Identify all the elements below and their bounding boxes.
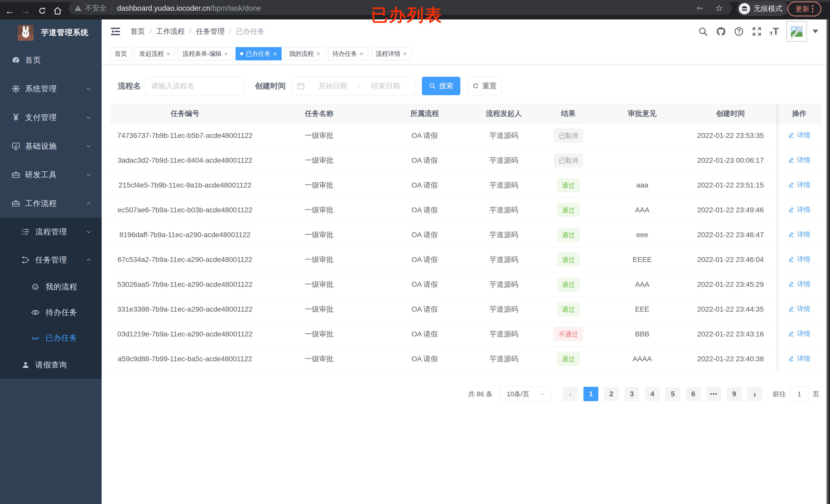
bookmark-star-icon[interactable] (715, 4, 723, 12)
page-button-2[interactable]: 2 (604, 387, 619, 401)
cell-process: OA 请假 (378, 347, 471, 371)
sidebar-item-task-management[interactable]: 任务管理 (0, 246, 102, 274)
process-name-input[interactable]: 请输入流程名 (145, 77, 245, 95)
page-button-4[interactable]: 4 (645, 387, 660, 401)
browser-home-button[interactable] (53, 6, 62, 15)
refresh-icon (472, 82, 479, 90)
cell-starter: 芋道源码 (471, 297, 537, 322)
detail-link[interactable]: 详情 (788, 131, 810, 140)
cell-opinion: AAAA (600, 347, 684, 371)
browser-back-button[interactable]: ← (4, 5, 16, 16)
detail-link[interactable]: 详情 (788, 255, 810, 264)
detail-link[interactable]: 详情 (788, 354, 810, 363)
tab-todo-tasks[interactable]: 待办任务× (328, 47, 368, 60)
avatar-caret-icon[interactable] (812, 30, 818, 33)
cell-opinion: BBB (600, 322, 684, 347)
password-key-icon[interactable] (696, 4, 704, 12)
detail-link[interactable]: 详情 (788, 230, 810, 239)
sidebar-item-devtools[interactable]: 研发工具 (0, 160, 102, 189)
monitor-icon (11, 141, 21, 151)
sidebar-item-label: 任务管理 (35, 255, 67, 265)
search-button[interactable]: 搜索 (422, 77, 460, 95)
tab-start-process[interactable]: 发起流程× (135, 47, 175, 60)
breadcrumb-separator: / (229, 27, 231, 36)
result-badge: 已取消 (554, 154, 583, 167)
page-size-value: 10条/页 (507, 390, 529, 399)
page-button-6[interactable]: 6 (686, 387, 701, 401)
table-row: 74736737-7b9b-11ec-b5b7-acde48001122 一级审… (110, 123, 822, 148)
next-page-button[interactable]: › (747, 387, 762, 401)
cell-task-id: a59c9d88-7b99-11ec-ba5c-acde48001122 (110, 347, 260, 371)
browser-menu-icon[interactable] (812, 5, 813, 12)
col-actions: 操作 (776, 104, 822, 123)
detail-link[interactable]: 详情 (788, 304, 810, 313)
avatar[interactable] (787, 21, 807, 42)
tab-form-edit[interactable]: 流程表单-编辑× (178, 47, 232, 60)
tab-home[interactable]: 首页 (110, 47, 132, 60)
tab-done-tasks[interactable]: 已办任务× (235, 47, 281, 60)
sidebar-item-system[interactable]: 系统管理 (0, 74, 102, 103)
detail-link[interactable]: 详情 (788, 205, 810, 214)
detail-link[interactable]: 详情 (788, 156, 810, 165)
tab-process-detail[interactable]: 流程详情× (371, 47, 411, 60)
date-range-input[interactable]: 开始日期 - 结束日期 (291, 77, 415, 95)
sidebar-item-todo-tasks[interactable]: 待办任务 (0, 300, 102, 325)
fullscreen-icon[interactable] (752, 26, 762, 37)
close-icon[interactable]: × (360, 51, 363, 57)
github-icon[interactable] (716, 26, 726, 37)
app-logo[interactable]: 芋道管理系统 (0, 20, 102, 46)
list-icon (21, 227, 31, 236)
page-button-5[interactable]: 5 (665, 387, 680, 401)
cell-opinion: AAA (600, 272, 684, 297)
more-pages-button[interactable]: ••• (706, 387, 721, 401)
help-icon[interactable] (734, 26, 744, 37)
sidebar-item-home[interactable]: 首页 (0, 46, 102, 74)
page-button-3[interactable]: 3 (625, 387, 639, 401)
cell-task-name: 一级审批 (260, 223, 378, 247)
goto-page-input[interactable]: 1 (790, 386, 809, 402)
close-icon[interactable]: × (316, 51, 320, 57)
tab-my-process[interactable]: 我的流程× (285, 47, 325, 60)
prev-page-button[interactable]: ‹ (563, 387, 578, 401)
result-badge: 通过 (557, 277, 580, 292)
close-icon[interactable]: × (273, 51, 277, 57)
cell-task-name: 一级审批 (260, 272, 378, 297)
chevron-up-icon (85, 200, 92, 207)
detail-link[interactable]: 详情 (788, 180, 810, 189)
breadcrumb-task-management[interactable]: 任务管理 (196, 27, 225, 36)
sidebar-collapse-icon[interactable] (110, 26, 121, 37)
close-icon[interactable]: × (166, 51, 170, 57)
browser-forward-button[interactable]: → (20, 5, 32, 16)
reset-button[interactable]: 重置 (468, 77, 501, 95)
detail-link[interactable]: 详情 (788, 280, 810, 289)
sidebar-item-process-management[interactable]: 流程管理 (0, 218, 102, 246)
breadcrumb-home[interactable]: 首页 (131, 27, 145, 36)
sidebar-item-leave-query[interactable]: 请假查询 (0, 351, 102, 379)
page-size-select[interactable]: 10条/页 (500, 386, 551, 402)
address-bar[interactable]: 不安全 dashboard.yudao.iocoder.cn/bpm/task/… (69, 2, 732, 15)
edit-pen-icon (788, 281, 795, 288)
update-button[interactable]: 更新 (788, 2, 821, 16)
workflow-icon (11, 199, 21, 208)
edit-pen-icon (788, 256, 795, 263)
page-button-9[interactable]: 9 (727, 387, 742, 401)
breadcrumb-workflow[interactable]: 工作流程 (156, 27, 185, 36)
font-size-icon[interactable]: тT (770, 27, 779, 36)
search-icon[interactable] (698, 26, 708, 37)
detail-link[interactable]: 详情 (788, 329, 810, 338)
close-icon[interactable]: × (224, 51, 228, 57)
page-button-1[interactable]: 1 (583, 387, 598, 401)
url-host: dashboard.yudao.iocoder.cn (117, 4, 210, 12)
sidebar-item-done-tasks[interactable]: 已办任务 (0, 325, 102, 351)
share-icon (21, 255, 31, 265)
sidebar-item-infrastructure[interactable]: 基础设施 (0, 132, 102, 160)
sidebar-item-workflow[interactable]: 工作流程 (0, 189, 102, 218)
cell-task-name: 一级审批 (260, 148, 378, 173)
col-task-name: 任务名称 (260, 104, 378, 123)
close-icon[interactable]: × (403, 51, 407, 57)
sidebar-item-my-process[interactable]: 我的流程 (0, 274, 102, 300)
sidebar-item-payment[interactable]: ¥ 支付管理 (0, 103, 102, 132)
browser-reload-button[interactable] (37, 6, 47, 15)
insecure-warning-icon (74, 4, 82, 12)
cell-created: 2022-01-22 23:40:38 (684, 347, 776, 371)
